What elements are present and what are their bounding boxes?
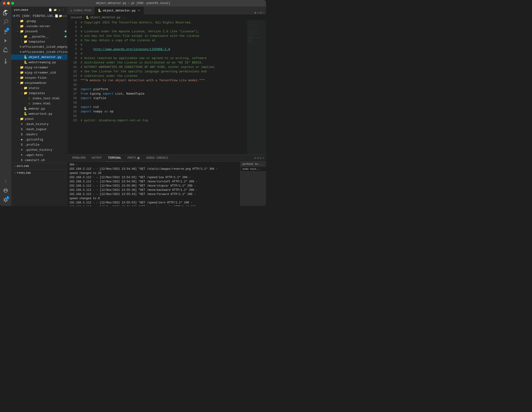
tab-close-button[interactable]: × [137,9,141,12]
split-terminal-icon[interactable]: ⊟ [257,156,259,160]
folder-icon: 📁 [23,40,28,44]
html-icon: ◇ [27,96,31,100]
tab-object-detector[interactable]: 🐍 object_detector.py × [95,7,144,15]
tree-label: .profile [25,143,67,147]
close-panel-icon[interactable]: × [263,157,264,160]
tab-output[interactable]: OUTPUT [89,155,105,162]
tree-item-webcar[interactable]: 🐍 webcar.py [11,106,67,111]
tree-item-mjpg-streamer[interactable]: › 📁 mjpg-streamer [11,65,67,70]
tree-item-pibot[interactable]: › 📁 pibot [11,116,67,122]
more-options-icon[interactable]: ⋯ [263,11,264,15]
activity-bar: 3 1 [0,7,11,206]
outline-header[interactable]: › OUTLINE [11,164,67,169]
tree-item-wget-hsts[interactable]: ≡ .wget-hsts [11,152,67,158]
code-content[interactable]: # Copyright 2021 The TensorFlow Authors.… [79,20,247,154]
new-folder-icon[interactable]: 📁 [54,9,57,11]
sidebar-content: ▾ ⊞ PI [SSH: PIBOT01.LOC… 📄 📁 ↻ ⊟ › 📁 .g… [11,13,67,206]
timeline-label: TIMELINE [17,172,31,174]
maximize-panel-icon[interactable]: ∧ [260,156,262,160]
run-dropdown-icon[interactable]: ▾ [257,11,259,14]
tree-item-osoyoo-files[interactable]: › 📁 osoyoo-files [11,75,67,80]
tree-item-index-test[interactable]: ◇ index_test.html [11,96,67,101]
tab-problems[interactable]: PROBLEMS [69,155,88,162]
tree-item-index-html[interactable]: ◇ index.html [11,101,67,106]
close-button[interactable] [3,2,6,5]
breadcrumb-file-icon: 🐍 [86,16,89,19]
tree-item-bash-history[interactable]: ≡ .bash_history [11,122,67,127]
new-folder-icon[interactable]: 📁 [59,14,62,18]
timeline-header[interactable]: › TIMELINE [11,171,67,175]
tree-item-profile[interactable]: $ .profile [11,142,67,147]
tree-item-osoyoowebcar[interactable]: ▾ 📁 osoyoowebcar [11,80,67,85]
breadcrumb: lesson5 › 🐍 object_detector.py › … [67,15,266,20]
maximize-button[interactable] [11,2,14,5]
tab-label: object_detector.py [103,9,136,12]
remote-icon: ⊞ [14,14,15,18]
tree-item-templates-osoyoowebcar[interactable]: ▾ 📁 templates [11,91,67,96]
breadcrumb-filename[interactable]: object_detector.py [90,16,121,19]
tree-item-pycache[interactable]: › 📁 __pycache__ [11,34,67,39]
breadcrumb-ellipsis[interactable]: … [124,16,125,19]
db-icon: ≡ [20,45,21,49]
terminal-subtab-python3[interactable]: python3 le... [240,162,266,167]
tree-item-lesson5[interactable]: ▾ 📁 lesson5 [11,29,67,34]
collapse-icon[interactable]: ⋮ [62,9,65,11]
new-file-icon[interactable]: 📄 [55,14,58,18]
outline-section: › OUTLINE [11,163,67,169]
tree-item-efficientdet-lite[interactable]: ≡ efficientdet_lite0.tflite U [11,49,67,55]
add-terminal-icon[interactable]: + [254,156,256,160]
activity-search[interactable] [1,18,10,26]
tab-ports[interactable]: PORTS 2 [124,155,143,162]
activity-run[interactable] [1,37,10,45]
terminal-line: 192.168.3.112 - - [12/Nov/2021 13:55:00]… [69,184,238,188]
activity-settings[interactable]: 1 [1,196,10,204]
tree-item-efficientdet-edgetpu[interactable]: ≡ efficientdet_lite0_edgetpu.tfl… U [11,44,67,49]
tree-item-static[interactable]: › 📁 static [11,85,67,91]
refresh-icon[interactable]: ↻ [63,14,64,18]
tree-label: object_detector.py [28,56,67,59]
sidebar-header-icons: 📄 📁 ↻ ⋮ [49,9,65,11]
code-editor[interactable]: 12345 678910 1112131415 1617181920 21222… [67,20,266,154]
tree-root[interactable]: ▾ ⊞ PI [SSH: PIBOT01.LOC… 📄 📁 ↻ ⊟ [11,13,67,19]
tree-item-bash-logout[interactable]: $ .bash_logout [11,127,67,132]
folder-icon: 📁 [23,35,28,38]
split-editor-icon[interactable]: ⊟ [260,11,262,15]
terminal-content[interactable]: 304 - 192.168.3.112 - - [12/Nov/2021 13:… [67,162,240,206]
activity-extensions[interactable] [1,46,10,54]
tree-label: .bash_logout [25,128,67,131]
tree-item-vscode-server[interactable]: › 📁 .vscode-server [11,24,67,29]
tree-item-webstreaming[interactable]: 🐍 webstreaming.py [11,60,67,65]
tree-item-webcartest[interactable]: 🐍 webcartest.py [11,111,67,116]
terminal-line: 192.168.3.112 - - [12/Nov/2021 13:54:55]… [69,175,238,179]
tree-item-mjpg-streamer-old[interactable]: › 📁 mjpg-streamer_old [11,70,67,75]
activity-source-control[interactable]: 3 [1,27,10,36]
tab-debug-console[interactable]: DEBUG CONSOLE [143,155,171,162]
tab-index-html[interactable]: ◇ index.html [67,7,95,15]
minimize-button[interactable] [7,2,10,5]
tree-label-templates2: templates [28,92,67,95]
tree-item-gnupg[interactable]: › 📁 .gnupg [11,19,67,24]
collapse-icon[interactable]: ⊟ [65,14,66,18]
refresh-icon[interactable]: ↻ [58,9,60,11]
terminal-subtab-sudo[interactable]: sudo osyo... [240,167,266,172]
folder-icon: 📁 [23,91,28,95]
tab-terminal[interactable]: TERMINAL [105,155,124,162]
breadcrumb-lesson5[interactable]: lesson5 [70,16,82,19]
activity-remote[interactable] [1,177,10,185]
run-button[interactable]: ▶ [255,11,256,15]
new-file-icon[interactable]: 📄 [49,9,52,11]
tree-item-gitconfig[interactable]: ◆ .gitconfig [11,137,67,142]
tree-item-bashrc[interactable]: $ .bashrc [11,132,67,137]
window-title: object_detector.py — pi [SSH: pibot01.lo… [96,2,170,5]
activity-account[interactable] [1,186,10,195]
activity-testing[interactable] [1,57,10,66]
activity-explorer[interactable] [1,9,10,17]
main-layout: 3 1 EXPLORER 📄 [0,7,266,206]
tree-item-object-detector[interactable]: 🐍 object_detector.py [11,55,67,60]
tree-item-templates-lesson5[interactable]: › 📁 templates [11,39,67,44]
editor-area: ◇ index.html 🐍 object_detector.py × ▶ ▾ … [67,7,266,206]
sidebar-header: EXPLORER 📄 📁 ↻ ⋮ [11,7,67,13]
tree-item-camstart[interactable]: $ camstart.sh [11,158,67,163]
line-numbers: 12345 678910 1112131415 1617181920 21222… [67,20,79,154]
tree-item-python-history[interactable]: ≡ .python_history [11,147,67,152]
